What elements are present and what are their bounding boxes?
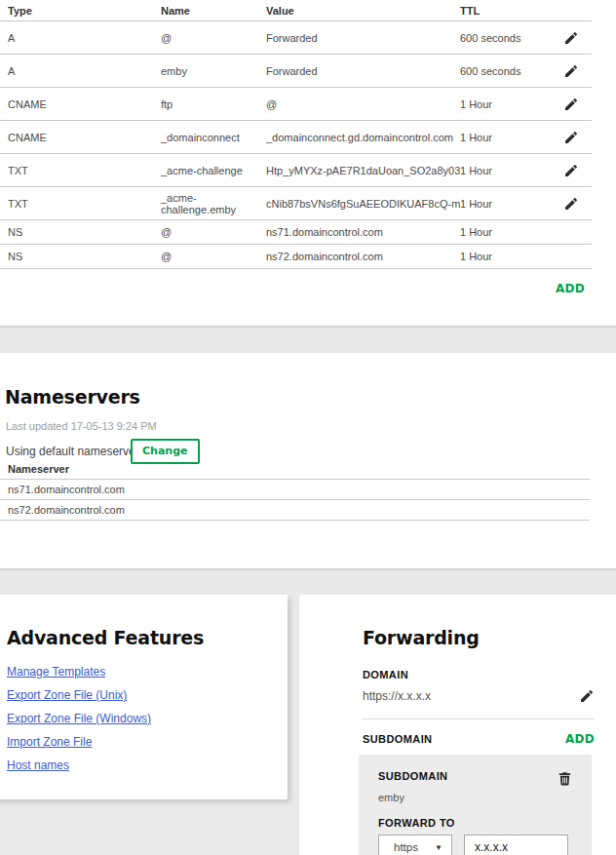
pencil-icon xyxy=(563,196,579,212)
record-ttl: 1 Hour xyxy=(460,98,548,110)
record-name: @ xyxy=(161,32,266,44)
edit-record-button[interactable] xyxy=(563,196,579,212)
record-value: _domainconnect.gd.domaincontrol.com xyxy=(266,132,460,143)
forward-destination-input[interactable] xyxy=(464,835,568,855)
record-name: @ xyxy=(161,251,266,262)
record-value: ns71.domaincontrol.com xyxy=(266,226,460,238)
record-type: CNAME xyxy=(0,132,161,143)
subdomain-value: emby xyxy=(378,792,592,803)
pencil-icon xyxy=(563,163,579,178)
divider xyxy=(363,719,595,719)
record-value: cNib87bsVNs6fgSuAEEODIKUAF8cQ-mPBsS... xyxy=(266,198,460,210)
record-name: @ xyxy=(161,226,266,238)
record-type: A xyxy=(0,32,161,44)
dns-table-header-row: Type Name Value TTL xyxy=(0,0,592,21)
record-ttl: 600 seconds xyxy=(460,65,548,77)
record-ttl: 1 Hour xyxy=(460,198,548,210)
record-name: emby xyxy=(161,65,266,77)
dns-record-row: A @ Forwarded 600 seconds xyxy=(0,21,592,55)
nameservers-last-updated: Last updated 17-05-13 9:24 PM xyxy=(6,420,157,432)
record-name: ftp xyxy=(161,98,266,110)
subdomain-forward-card: SUBDOMAIN emby FORWARD TO https ▼ Previe… xyxy=(359,755,592,855)
pencil-icon xyxy=(563,63,579,79)
record-name: _acme-challenge.emby xyxy=(161,192,266,215)
section-divider xyxy=(0,568,616,592)
nameservers-status-text: Using default nameservers xyxy=(6,445,145,458)
export-zone-file-unix-link[interactable]: Export Zone File (Unix) xyxy=(7,688,288,702)
domain-forward-value: https://x.x.x.x xyxy=(363,689,431,703)
column-header-name: Name xyxy=(161,5,266,17)
column-header-ttl: TTL xyxy=(460,5,548,17)
record-name: _domainconnect xyxy=(161,132,266,143)
dns-records-table: Type Name Value TTL A @ Forwarded 600 se… xyxy=(0,0,592,269)
edit-record-button[interactable] xyxy=(563,130,579,145)
record-value: Forwarded xyxy=(266,32,460,44)
add-record-button[interactable]: ADD xyxy=(556,282,585,295)
forwarding-title: Forwarding xyxy=(363,627,595,648)
nameserver-row: ns72.domaincontrol.com xyxy=(0,500,590,521)
dns-management-page: Type Name Value TTL A @ Forwarded 600 se… xyxy=(0,0,616,855)
subdomain-label: SUBDOMAIN xyxy=(363,733,432,745)
dns-record-row: TXT _acme-challenge.emby cNib87bsVNs6fgS… xyxy=(0,187,592,220)
chevron-down-icon: ▼ xyxy=(435,843,443,852)
nameserver-column-header: Nameserver xyxy=(0,459,590,480)
edit-record-button[interactable] xyxy=(563,163,579,178)
forward-to-label: FORWARD TO xyxy=(378,817,592,829)
dns-record-row: TXT _acme-challenge Htp_yMYXz-pAE7R1daUo… xyxy=(0,154,592,187)
record-ttl: 1 Hour xyxy=(460,226,548,238)
domain-label: DOMAIN xyxy=(363,669,595,680)
dns-record-row: A emby Forwarded 600 seconds xyxy=(0,55,592,88)
record-type: NS xyxy=(0,251,161,262)
forwarding-card: Forwarding DOMAIN https://x.x.x.x SUBDOM… xyxy=(299,595,616,855)
host-names-link[interactable]: Host names xyxy=(7,758,288,772)
delete-subdomain-forward-button[interactable] xyxy=(557,770,573,787)
protocol-selected-value: https xyxy=(394,841,418,853)
advanced-features-title: Advanced Features xyxy=(7,627,288,648)
edit-record-button[interactable] xyxy=(563,97,579,112)
nameservers-title: Nameservers xyxy=(5,386,140,408)
record-value: Htp_yMYXz-pAE7R1daUoan_SO2a8y03t4INrk... xyxy=(266,165,460,176)
nameservers-table: Nameserver ns71.domaincontrol.com ns72.d… xyxy=(0,459,590,521)
subdomain-card-label: SUBDOMAIN xyxy=(378,770,447,782)
record-ttl: 1 Hour xyxy=(460,132,548,143)
record-name: _acme-challenge xyxy=(161,165,266,176)
edit-record-button[interactable] xyxy=(563,63,579,79)
pencil-icon xyxy=(579,688,595,704)
record-type: A xyxy=(0,65,161,77)
column-header-value: Value xyxy=(266,5,460,17)
dns-record-row: CNAME ftp @ 1 Hour xyxy=(0,88,592,121)
dns-record-row: NS @ ns72.domaincontrol.com 1 Hour xyxy=(0,245,592,269)
trash-icon xyxy=(557,770,573,787)
pencil-icon xyxy=(563,130,579,145)
export-zone-file-windows-link[interactable]: Export Zone File (Windows) xyxy=(7,712,288,725)
record-value: @ xyxy=(266,98,460,110)
record-type: TXT xyxy=(0,198,161,210)
record-ttl: 600 seconds xyxy=(460,32,548,44)
edit-record-button[interactable] xyxy=(563,30,579,46)
record-type: TXT xyxy=(0,165,161,176)
record-type: CNAME xyxy=(0,98,161,110)
advanced-features-card: Advanced Features Manage Templates Expor… xyxy=(0,595,288,799)
manage-templates-link[interactable]: Manage Templates xyxy=(7,665,288,679)
edit-domain-forward-button[interactable] xyxy=(579,688,595,704)
nameserver-row: ns71.domaincontrol.com xyxy=(0,480,590,500)
record-value: Forwarded xyxy=(266,65,460,77)
protocol-select[interactable]: https ▼ xyxy=(378,835,452,855)
section-divider xyxy=(0,326,616,353)
import-zone-file-link[interactable]: Import Zone File xyxy=(7,735,288,749)
record-ttl: 1 Hour xyxy=(460,165,548,176)
dns-record-row: CNAME _domainconnect _domainconnect.gd.d… xyxy=(0,121,592,154)
record-type: NS xyxy=(0,226,161,238)
record-value: ns72.domaincontrol.com xyxy=(266,251,460,262)
record-ttl: 1 Hour xyxy=(460,251,548,262)
dns-record-row: NS @ ns71.domaincontrol.com 1 Hour xyxy=(0,220,592,245)
column-header-type: Type xyxy=(0,5,161,17)
pencil-icon xyxy=(563,97,579,112)
pencil-icon xyxy=(563,30,579,46)
add-subdomain-forward-button[interactable]: ADD xyxy=(565,732,595,746)
